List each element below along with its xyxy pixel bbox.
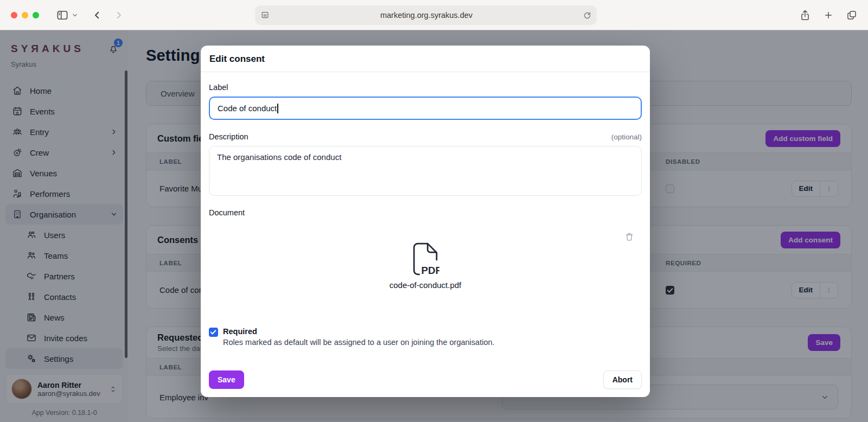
- close-window-button[interactable]: [11, 12, 17, 18]
- svg-text:PDF: PDF: [422, 265, 439, 276]
- new-tab-icon[interactable]: [824, 10, 833, 20]
- required-checkbox-description: Roles marked as default will be assigned…: [223, 338, 495, 347]
- save-button[interactable]: Save: [209, 370, 244, 389]
- zoom-window-button[interactable]: [33, 12, 39, 18]
- abort-button[interactable]: Abort: [603, 370, 642, 389]
- share-icon[interactable]: [800, 9, 810, 21]
- app-viewport: SYЯAKUS 1 Syrakus Home Entry Events Entr…: [0, 30, 868, 422]
- address-bar[interactable]: marketing.org.syrakus.dev: [255, 5, 597, 25]
- minimize-window-button[interactable]: [22, 12, 28, 18]
- reload-icon[interactable]: [583, 11, 591, 20]
- document-file[interactable]: PDF code-of-conduct.pdf: [209, 242, 642, 290]
- label-field-label: Label: [209, 83, 642, 92]
- optional-hint: (optional): [611, 133, 642, 141]
- description-value: The organisations code of conduct: [217, 152, 341, 162]
- tab-overview-icon[interactable]: [846, 10, 857, 21]
- url-text[interactable]: marketing.org.syrakus.dev: [270, 11, 583, 20]
- description-textarea[interactable]: The organisations code of conduct: [209, 146, 642, 196]
- pdf-file-icon: PDF: [411, 242, 439, 276]
- sidebar-chevron-down-icon[interactable]: [72, 12, 78, 18]
- modal-title: Edit consent: [209, 54, 641, 65]
- label-input[interactable]: Code of conduct: [209, 97, 642, 120]
- document-field-label: Document: [209, 208, 642, 217]
- required-checkbox[interactable]: [209, 328, 218, 337]
- text-caret: [277, 104, 278, 113]
- document-preview: PDF code-of-conduct.pdf: [209, 222, 642, 318]
- document-filename: code-of-conduct.pdf: [390, 280, 462, 290]
- description-field-label: Description: [209, 132, 248, 141]
- required-checkbox-row: Required Roles marked as default will be…: [209, 327, 642, 347]
- trash-icon: [624, 232, 634, 242]
- browser-chrome: marketing.org.syrakus.dev: [0, 0, 868, 30]
- forward-button[interactable]: [114, 10, 124, 20]
- edit-consent-modal: Edit consent Label Code of conduct Descr…: [201, 46, 650, 397]
- reader-icon[interactable]: [260, 11, 270, 20]
- sidebar-toggle-icon[interactable]: [56, 10, 68, 21]
- required-checkbox-label: Required: [223, 327, 495, 336]
- back-button[interactable]: [92, 10, 102, 20]
- label-input-value: Code of conduct: [218, 104, 277, 113]
- window-controls: [11, 12, 39, 18]
